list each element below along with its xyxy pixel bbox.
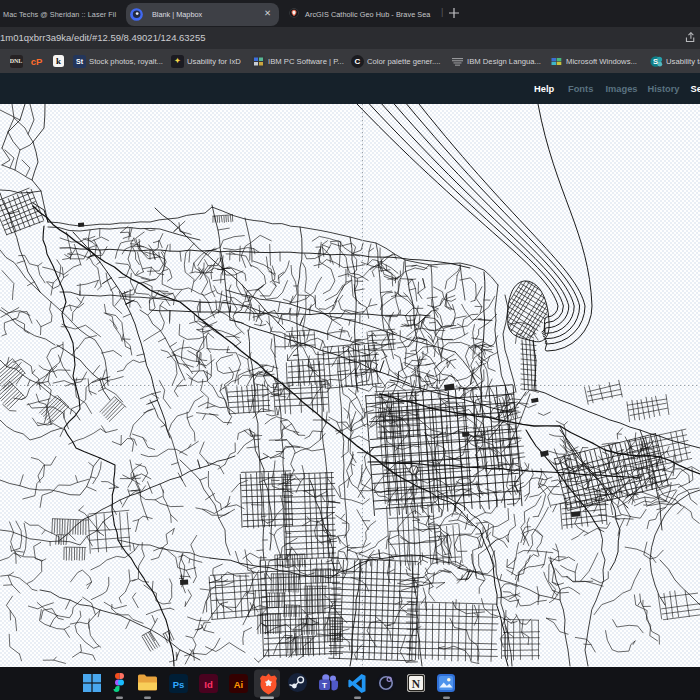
svg-text:S: S: [653, 57, 658, 66]
svg-text:Id: Id: [204, 679, 213, 690]
svg-text:N: N: [412, 678, 421, 690]
svg-text:T: T: [322, 681, 327, 690]
svg-text:Ps: Ps: [173, 679, 185, 690]
svg-text:Ai: Ai: [234, 679, 244, 690]
